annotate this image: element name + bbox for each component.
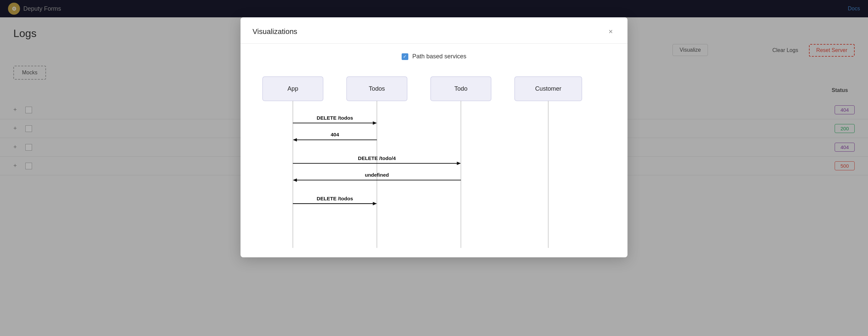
sequence-diagram: App Todos Todo Customer [252, 73, 616, 248]
arrow-label-3: DELETE /todo/4 [358, 155, 396, 161]
path-based-services-label: Path based services [412, 53, 466, 60]
arrow-label-1: DELETE /todos [317, 115, 353, 121]
service-customer-label: Customer [535, 85, 561, 92]
arrowhead-1 [373, 121, 377, 125]
arrow-label-4: undefined [365, 172, 389, 178]
modal-overlay: Visualizations × ✓ Path based services A… [0, 0, 868, 336]
arrowhead-3 [457, 162, 461, 165]
arrowhead-5 [373, 202, 377, 205]
modal-title: Visualizations [252, 27, 297, 36]
service-todos-label: Todos [369, 85, 385, 92]
arrow-label-2: 404 [331, 132, 339, 137]
arrowhead-2 [293, 138, 297, 141]
path-based-services-row: ✓ Path based services [252, 53, 616, 60]
arrow-label-5: DELETE /todos [317, 196, 353, 201]
modal-header: Visualizations × [241, 17, 627, 44]
modal-close-button[interactable]: × [606, 27, 616, 37]
service-todo-label: Todo [454, 85, 467, 92]
arrowhead-4 [293, 178, 297, 182]
visualizations-modal: Visualizations × ✓ Path based services A… [241, 17, 627, 257]
path-based-services-checkbox[interactable]: ✓ [402, 53, 408, 60]
modal-body: ✓ Path based services App Todos Todo Cus… [241, 44, 627, 257]
service-app-label: App [287, 85, 298, 92]
